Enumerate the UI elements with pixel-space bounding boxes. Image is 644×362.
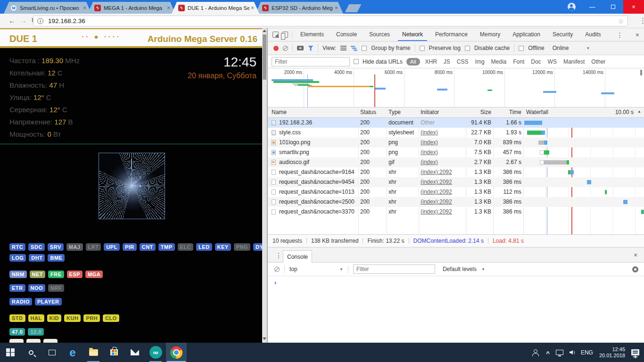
search-button[interactable] [21, 343, 41, 362]
language-indicator[interactable]: ENG [581, 349, 593, 356]
module-button[interactable]: KID [47, 314, 61, 322]
module-button[interactable]: FRE [48, 271, 64, 278]
restore-button[interactable] [603, 0, 623, 14]
offline-checkbox[interactable] [519, 46, 524, 51]
browser-tab-esp32[interactable]: ϟ ESP32 SD - Arduino Meg × [256, 2, 343, 14]
module-button[interactable]: ETR [9, 284, 25, 292]
people-icon[interactable] [532, 349, 540, 356]
tab-memory[interactable]: Memory [476, 28, 504, 41]
col-status[interactable]: Status [360, 109, 376, 115]
chrome-button[interactable] [166, 343, 187, 362]
request-row[interactable]: request_dash&nocache=9164 200 xhr (index… [268, 167, 644, 177]
module-button[interactable]: RADIO [9, 298, 32, 305]
module-button[interactable]: NRF [48, 284, 64, 292]
req-initiator-link[interactable]: (index):2092 [421, 207, 452, 217]
inspect-element-icon[interactable] [272, 32, 279, 38]
filter-all[interactable]: All [406, 58, 420, 66]
module-button[interactable]: NOO [28, 284, 46, 292]
console-settings-gear-icon[interactable] [632, 266, 638, 272]
request-row[interactable]: request_dash&nocache=9454 200 xhr (index… [268, 177, 644, 187]
filter-media[interactable]: Media [490, 58, 508, 65]
levels-select[interactable]: Default levels [443, 266, 477, 272]
scrollbar-thumb[interactable] [263, 34, 266, 80]
request-row[interactable]: request_dash&nocache=3370 200 xhr (index… [268, 207, 644, 217]
arduino-ide-button[interactable]: ∞ [145, 343, 166, 362]
network-status-icon[interactable] [556, 350, 563, 355]
module-button[interactable]: CLO [103, 314, 119, 322]
throttling-select[interactable]: Online [553, 45, 569, 51]
clear-icon[interactable] [283, 46, 288, 51]
tab-security[interactable]: Security [548, 28, 577, 41]
page-scrollbar[interactable] [262, 28, 267, 343]
edge-button[interactable]: e [62, 343, 83, 362]
context-select[interactable]: top [289, 266, 335, 272]
address-bar[interactable]: i 192.168.2.36 ☆ [33, 16, 628, 26]
tab-elements[interactable]: Elements [296, 28, 328, 41]
module-button[interactable]: BME [48, 254, 65, 262]
tab-close-icon[interactable]: × [249, 5, 256, 11]
network-filter-input[interactable] [272, 57, 350, 66]
module-button[interactable]: CNT [140, 243, 156, 251]
filter-other[interactable]: Other [590, 58, 607, 65]
overview-scroll-thumb[interactable] [640, 70, 642, 75]
tab-sources[interactable]: Sources [365, 28, 394, 41]
profile-button[interactable] [561, 0, 582, 14]
console-clear-icon[interactable] [274, 267, 280, 272]
scroll-down-icon[interactable] [263, 337, 266, 340]
volume-icon[interactable] [570, 350, 575, 355]
module-button[interactable]: STD [9, 314, 25, 322]
module-button[interactable]: KEY [215, 243, 231, 251]
request-row[interactable]: style.css 200 stylesheet (index) 22.7 KB… [268, 128, 644, 138]
req-initiator-link[interactable]: (index) [421, 157, 438, 167]
back-icon[interactable]: ← [8, 16, 16, 25]
device-toolbar-icon[interactable] [282, 32, 288, 38]
drawer-close-icon[interactable]: × [634, 251, 637, 259]
module-button[interactable]: ESP [67, 271, 83, 278]
req-initiator-link[interactable]: (index):2092 [421, 167, 452, 177]
drawer-menu-icon[interactable]: ⋮ [275, 252, 282, 259]
new-tab-button[interactable] [345, 4, 361, 12]
file-explorer-button[interactable] [83, 343, 104, 362]
module-button[interactable]: PIR [123, 243, 137, 251]
col-initiator[interactable]: Initiator [421, 109, 439, 115]
module-button[interactable]: SDC [28, 243, 45, 251]
module-button[interactable]: LOG [9, 254, 26, 262]
sort-asc-icon[interactable]: ▲ [637, 109, 641, 114]
group-by-frame-checkbox[interactable] [362, 46, 367, 51]
request-row[interactable]: audiosco.gif 200 gif (index) 2.7 KB 2.67… [268, 157, 644, 167]
value-badge[interactable]: 12.0 [28, 328, 43, 336]
module-button[interactable]: ELC [178, 243, 194, 251]
request-row[interactable]: 101logo.png 200 png (index) 7.0 KB 839 m… [268, 138, 644, 148]
module-button[interactable]: PLAYER [35, 298, 62, 305]
waterfall-view-icon[interactable] [351, 45, 357, 51]
console-prompt-icon[interactable]: › [274, 279, 276, 286]
filter-font[interactable]: Font [512, 58, 526, 65]
module-button[interactable]: DHT [29, 254, 45, 262]
col-waterfall[interactable]: Waterfall [526, 109, 548, 115]
module-button[interactable]: LED [196, 243, 212, 251]
tab-close-icon[interactable]: × [82, 5, 88, 11]
module-button[interactable]: UPL [104, 243, 120, 251]
tab-application[interactable]: Application [508, 28, 545, 41]
req-initiator-link[interactable]: (index):2092 [421, 177, 452, 187]
hide-data-urls-checkbox[interactable] [354, 59, 359, 64]
tab-network[interactable]: Network [398, 28, 427, 41]
module-button[interactable]: KUH [64, 314, 81, 322]
module-button[interactable]: HAL [28, 314, 44, 322]
task-view-button[interactable] [41, 343, 62, 362]
context-caret-icon[interactable]: ▼ [339, 267, 343, 272]
url-text[interactable]: 192.168.2.36 [48, 17, 85, 25]
module-button[interactable]: SRV [48, 243, 64, 251]
start-button[interactable] [0, 343, 21, 362]
console-filter-input[interactable] [353, 264, 435, 274]
tray-chevron-up-icon[interactable]: ^ [546, 350, 550, 357]
throttling-caret-icon[interactable]: ▼ [586, 46, 590, 50]
module-button[interactable]: NRM [9, 271, 27, 278]
module-button[interactable]: MAJ [66, 243, 83, 251]
module-button[interactable]: MGA [85, 271, 103, 278]
store-button[interactable] [104, 343, 124, 362]
tab-performance[interactable]: Performance [431, 28, 472, 41]
minimize-button[interactable]: — [582, 0, 603, 14]
request-row[interactable]: 192.168.2.36 200 document Other 91.4 KB … [268, 118, 644, 128]
filter-css[interactable]: CSS [455, 58, 470, 65]
